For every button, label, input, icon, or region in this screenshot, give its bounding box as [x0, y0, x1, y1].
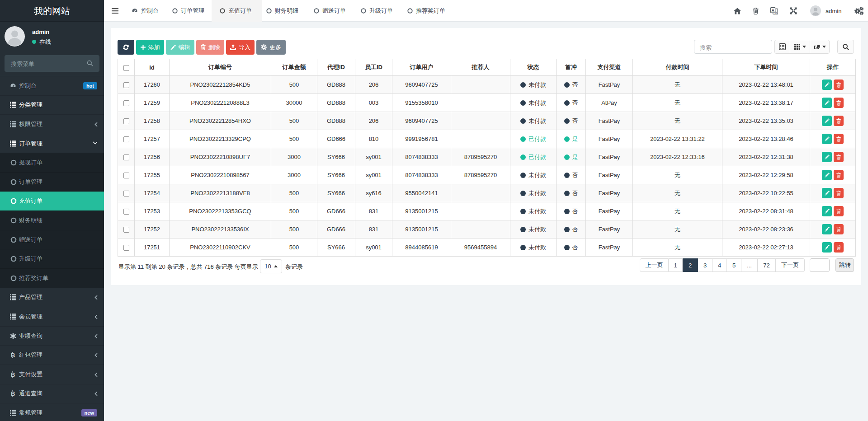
svg-text:文: 文: [774, 11, 778, 15]
